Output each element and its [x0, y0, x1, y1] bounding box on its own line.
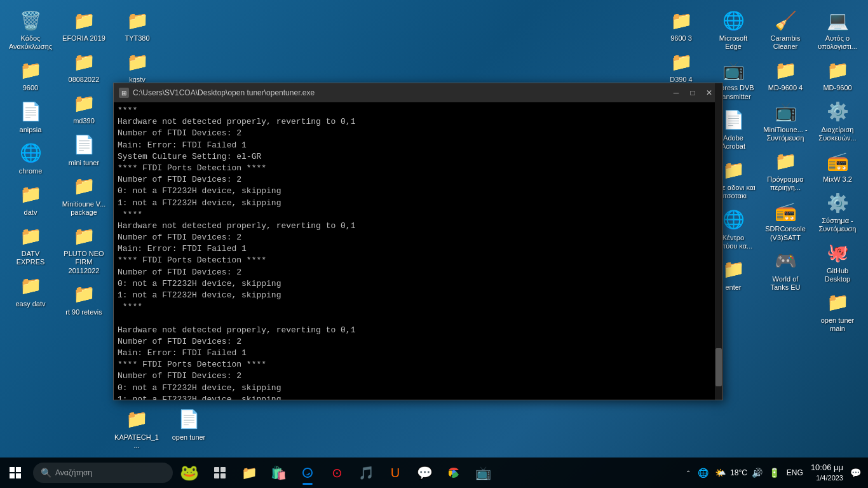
terminal-line	[118, 313, 709, 324]
icon-datv-expres[interactable]: 📁 DATV EXPRES	[5, 220, 56, 269]
terminal-line: 1: not a FT2232H device, skipping	[118, 290, 709, 301]
icon-easy-datv[interactable]: 📁 easy datv	[5, 271, 56, 311]
terminal-line: Number of FTDI Devices: 2	[118, 336, 709, 348]
terminal-line: **** FTDI Ports Detection ****	[118, 163, 709, 174]
icon-minitoune[interactable]: 📺 MiniTioune... - Συντόμευση	[760, 97, 811, 145]
terminal-line: 1: not a FT2232H device, skipping	[118, 394, 709, 400]
icon-mini-tuner[interactable]: 📄 mini tuner	[58, 130, 109, 170]
temperature: 18°C	[730, 468, 747, 477]
icon-tyt380[interactable]: 📁 TYT380	[112, 5, 163, 45]
terminal-line: Number of FTDI Devices: 2	[118, 370, 709, 382]
icon-carambis[interactable]: 🧹 Carambis Cleaner	[760, 5, 811, 53]
terminal-scrollbar-thumb	[715, 348, 722, 386]
svg-rect-7	[220, 473, 226, 478]
icon-kapatech[interactable]: 📁 KAPATECH_1...	[112, 404, 161, 452]
clock-time: 10:06 μμ	[811, 463, 843, 473]
start-button[interactable]	[0, 458, 31, 488]
terminal-line: 0: not a FT2232H device, skipping	[118, 186, 709, 197]
icon-rt90-retevis[interactable]: 📁 rt 90 retevis	[58, 279, 109, 319]
svg-rect-5	[220, 467, 226, 472]
terminal-line: Main: Error: FTDI Failed 1	[118, 348, 709, 359]
terminal-line: Hardware not detected properly, revertin…	[118, 116, 709, 128]
terminal-line: **** FTDI Ports Detection ****	[118, 255, 709, 266]
icon-sdrconsole[interactable]: 📻 SDRConsole (V3)SATT	[760, 196, 811, 244]
terminal-line: Number of FTDI Devices: 2	[118, 232, 709, 243]
terminal-scrollbar[interactable]	[715, 102, 722, 400]
network-icon[interactable]: 🌐	[696, 468, 710, 478]
spotify-button[interactable]: 🎵	[352, 459, 380, 487]
chrome-button[interactable]	[440, 459, 468, 487]
icon-minituner-v-package[interactable]: 📁 Minitioune V... package	[58, 171, 109, 219]
terminal-line: 0: not a FT2232H device, skipping	[118, 383, 709, 394]
icon-d390-4[interactable]: 📁 D390 4	[656, 46, 707, 86]
icon-mixw[interactable]: 📻 MixW 3.2	[812, 146, 863, 186]
terminal-app-icon: ⊞	[119, 88, 129, 98]
icon-chrome[interactable]: 🌐 chrome	[5, 138, 56, 178]
file-explorer-button[interactable]: 📁	[235, 459, 263, 487]
taskbar-app-icons: 📁 🛍️ ⊙ 🎵 U 💬 📺	[206, 459, 497, 487]
task-view-button[interactable]	[206, 459, 234, 487]
icon-anipsia[interactable]: 📄 anipsia	[5, 97, 56, 137]
tray-expand-button[interactable]: ⌃	[683, 468, 693, 478]
icon-08082022[interactable]: 📁 08082022	[58, 46, 109, 86]
taskbar-clock[interactable]: 10:06 μμ 1/4/2023	[808, 463, 846, 482]
edge-button[interactable]	[294, 459, 322, 487]
terminal-line: Main: Error: FTDI Failed 1	[118, 243, 709, 255]
icon-column-1: 🗑️ Κάδος Ανακύκλωσης 📁 9600 📄 anipsia 🌐 …	[5, 5, 56, 311]
icon-recycle-bin[interactable]: 🗑️ Κάδος Ανακύκλωσης	[5, 5, 56, 53]
icon-open-tuner-bot[interactable]: 📄 open tuner	[164, 404, 214, 452]
icon-open-tuner-main[interactable]: 📁 open tuner main	[812, 287, 863, 336]
terminal-line: Number of FTDI Devices: 2	[118, 174, 709, 186]
svg-rect-4	[214, 467, 219, 472]
terminal-line: ****	[118, 105, 709, 116]
svg-rect-2	[10, 473, 15, 478]
icon-pluto-neo[interactable]: 📁 PLUTO NEO FIRM 20112022	[58, 220, 109, 278]
icon-world-of-tanks[interactable]: 🎮 World of Tanks EU	[760, 246, 811, 294]
icon-kgstv[interactable]: 📁 kgstv	[112, 46, 163, 86]
icon-md9600[interactable]: 📁 MD-9600	[812, 55, 863, 95]
weather-icon[interactable]: 🌤️	[713, 468, 728, 478]
terminal-window: ⊞ C:\Users\SV1COA\Desktop\open tuner\ope…	[113, 83, 723, 400]
terminal-title: C:\Users\SV1COA\Desktop\open tuner\opent…	[133, 88, 668, 97]
icon-systima-syntomeysi[interactable]: ⚙️ Σύστημα - Συντόμευση	[812, 187, 863, 236]
svg-rect-3	[16, 473, 21, 478]
volume-icon[interactable]: 🔊	[750, 468, 764, 478]
icon-diaheir-syskeyon[interactable]: ⚙️ Διαχείριση Συσκευών...	[812, 97, 863, 145]
icon-autos-o-ypologistis[interactable]: 💻 Αυτός ο υπολογιστι...	[812, 5, 863, 53]
icon-9600-2[interactable]: 📁 9600 3	[656, 5, 707, 45]
terminal-line: ****	[118, 301, 709, 313]
maximize-button[interactable]: □	[684, 86, 701, 99]
icon-programma-perih[interactable]: 📁 Πρόγραμμα περιηγη...	[760, 146, 811, 194]
media-button[interactable]: 📺	[469, 459, 497, 487]
icon-9600[interactable]: 📁 9600	[5, 55, 56, 95]
icon-column-2: 📁 EFORIA 2019 📁 08082022 📁 md390 📄 mini …	[58, 5, 109, 319]
terminal-line: 1: not a FT2232H device, skipping	[118, 198, 709, 209]
icon-md9600-2[interactable]: 📁 MD-9600 4	[760, 55, 811, 95]
skype-button[interactable]: 💬	[410, 459, 438, 487]
icon-microsoft-edge[interactable]: 🌐 Microsoft Edge	[708, 5, 759, 53]
taskbar-search[interactable]: 🔍	[33, 463, 173, 483]
icon-datv[interactable]: 📁 datv	[5, 179, 56, 219]
clock-date: 1/4/2023	[811, 473, 843, 482]
icon-md390[interactable]: 📁 md390	[58, 88, 109, 128]
terminal-line: Main: Error: FTDI Failed 1	[118, 140, 709, 151]
taskbar: 🔍 🐸 📁 🛍️ ⊙ 🎵	[0, 458, 868, 488]
search-input[interactable]	[55, 468, 157, 477]
notifications-icon[interactable]: 💬	[848, 468, 863, 478]
terminal-content: ****Hardware not detected properly, reve…	[118, 105, 719, 400]
opera-button[interactable]: ⊙	[323, 459, 351, 487]
icon-eforia[interactable]: 📁 EFORIA 2019	[58, 5, 109, 45]
terminal-line: Hardware not detected properly, revertin…	[118, 220, 709, 232]
terminal-line: Number of FTDI Devices: 2	[118, 267, 709, 278]
terminal-body[interactable]: ****Hardware not detected properly, reve…	[114, 102, 722, 400]
svg-rect-6	[214, 473, 219, 478]
uipath-button[interactable]: U	[381, 459, 409, 487]
terminal-line: Hardware not detected properly, revertin…	[118, 325, 709, 336]
icon-github-desktop[interactable]: 🐙 GitHub Desktop	[812, 238, 863, 286]
store-button[interactable]: 🛍️	[264, 459, 292, 487]
minimize-button[interactable]: ─	[668, 86, 684, 99]
battery-icon[interactable]: 🔋	[767, 468, 782, 478]
terminal-line: **** FTDI Ports Detection ****	[118, 359, 709, 370]
language-indicator[interactable]: ENG	[784, 468, 806, 477]
taskbar-frog-icon[interactable]: 🐸	[175, 459, 203, 487]
